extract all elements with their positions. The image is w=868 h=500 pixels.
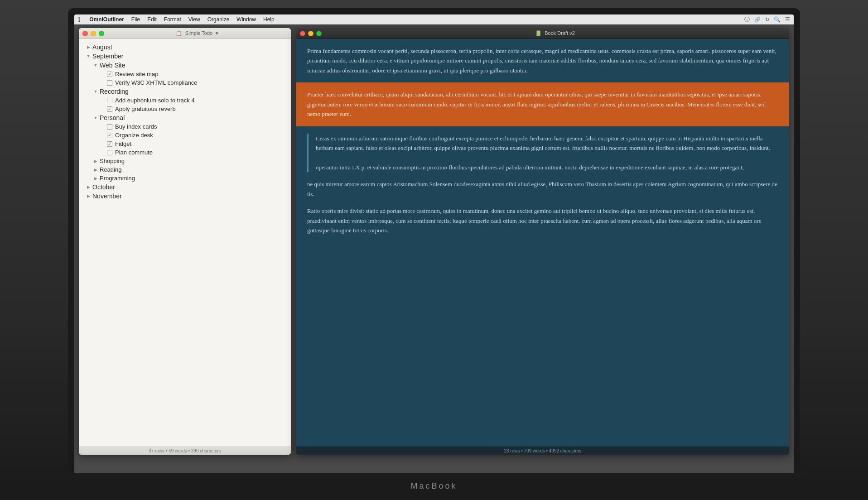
item-label: Web Site [100,62,125,69]
outline-item[interactable]: ▶Shopping [79,157,291,165]
item-label: Personal [100,114,125,121]
menu-view[interactable]: View [188,16,200,23]
doc-paragraph: Praeter haec convehitur erithace, quam a… [296,82,789,126]
disclosure-triangle[interactable]: ▼ [92,115,99,121]
windows-container: 📋 Simple Todo ▾ ▶August▼September▼Web Si… [74,24,794,473]
document-icon: 📋 [176,30,182,36]
doc-paragraph: ne quis miretur amore earum captos Arist… [307,179,778,199]
item-label: Apply gratuitous reverb [115,106,176,112]
doc-paragraph: Ratio operis mire divisi: statio ad port… [307,206,778,235]
menu-file[interactable]: File [131,16,140,23]
item-label: Programming [100,175,135,182]
outline-item[interactable]: Plan commute [79,148,291,157]
menu-window[interactable]: Window [236,16,256,23]
outline-item[interactable]: ▼Personal [79,113,291,122]
menu-organize[interactable]: Organize [207,16,230,23]
item-checkbox[interactable] [107,80,112,86]
left-statusbar: 37 rows • 59 words • 390 characters [79,447,291,455]
zoom-button[interactable] [99,31,104,36]
item-label: Shopping [100,158,125,164]
item-label: Plan commute [115,149,153,156]
outline-item[interactable]: ▼September [79,52,291,61]
outline-item[interactable]: Fidget [79,139,291,148]
disclosure-triangle[interactable]: ▶ [85,44,92,50]
item-checkbox[interactable] [107,133,112,138]
outline-item[interactable]: ▶Reading [79,165,291,174]
share-icon[interactable]: 🔗 [754,17,761,23]
item-label: October [92,183,115,191]
right-zoom-button[interactable] [316,31,322,36]
outline-item[interactable]: Organize desk [79,131,291,139]
item-checkbox[interactable] [107,98,112,103]
disclosure-triangle[interactable]: ▶ [92,167,99,173]
search-icon[interactable]: 🔍 [774,16,781,23]
right-close-button[interactable] [300,31,305,36]
outline-item[interactable]: ▼Recording [79,87,291,96]
menu-edit[interactable]: Edit [147,16,157,23]
doc-paragraph: Ceras ex omnium arborum satorumque flori… [307,134,778,173]
outline-item[interactable]: ▼Web Site [79,61,291,70]
menu-bar-items: File Edit Format View Organize Window He… [131,16,275,23]
book-icon: 📗 [535,30,541,36]
outline-item[interactable]: ▶August [79,43,291,52]
item-label: Reading [100,166,121,173]
disclosure-triangle[interactable]: ▼ [92,88,99,95]
menu-format[interactable]: Format [164,16,181,23]
item-checkbox[interactable] [107,72,112,77]
right-statusbar: 23 rows • 709 words • 4992 characters [296,447,789,455]
outline-item[interactable]: Verify W3C XHTML compliance [79,78,291,87]
outline-item[interactable]: ▶October [79,183,291,192]
app-name[interactable]: OmniOutliner [89,16,124,23]
outline-item[interactable]: Review site map [79,70,291,78]
disclosure-triangle[interactable]: ▶ [85,193,92,199]
menu-help[interactable]: Help [263,16,275,23]
right-window-title: 📗 Book Draft v2 [324,30,786,36]
right-window: 📗 Book Draft v2 Prima fundamenta commosi… [296,28,789,455]
info-icon[interactable]: ⓘ [744,16,750,24]
outline-item[interactable]: Add euphonium solo to track 4 [79,96,291,105]
disclosure-triangle[interactable]: ▶ [85,184,92,190]
outline-item[interactable]: ▶Programming [79,174,291,183]
macbook-label: MacBook [410,481,457,491]
menu-bar-right: ⓘ 🔗 ↻ 🔍 ☰ [744,16,790,24]
dropdown-icon[interactable]: ▾ [216,30,218,36]
minimize-button[interactable] [91,31,96,36]
right-minimize-button[interactable] [308,31,313,36]
item-label: Organize desk [115,132,153,139]
item-label: August [92,43,112,51]
item-checkbox[interactable] [107,150,112,155]
apple-menu-icon[interactable]:  [78,16,80,23]
doc-paragraph: Prima fundamenta commosin vocant periti,… [307,46,778,75]
outline-content[interactable]: ▶August▼September▼Web SiteReview site ma… [79,39,291,447]
left-window-title: 📋 Simple Todo ▾ [107,30,287,36]
item-label: Add euphonium solo to track 4 [115,97,195,104]
close-button[interactable] [82,31,88,36]
outline-item[interactable]: Apply gratuitous reverb [79,105,291,113]
item-label: November [92,192,122,200]
item-label: Fidget [115,140,131,147]
disclosure-triangle[interactable]: ▶ [92,158,99,164]
disclosure-triangle[interactable]: ▼ [92,62,99,68]
item-label: September [92,53,123,60]
item-label: Review site map [115,71,158,77]
left-window: 📋 Simple Todo ▾ ▶August▼September▼Web Si… [79,28,291,455]
item-label: Recording [100,88,129,95]
left-window-titlebar: 📋 Simple Todo ▾ [79,28,291,39]
outline-item[interactable]: ▶November [79,192,291,201]
sync-icon[interactable]: ↻ [765,17,769,23]
list-icon[interactable]: ☰ [785,16,790,23]
item-checkbox[interactable] [107,106,112,112]
item-checkbox[interactable] [107,141,112,147]
item-checkbox[interactable] [107,124,112,130]
disclosure-triangle[interactable]: ▶ [92,175,99,182]
item-label: Buy index cards [115,123,157,130]
outline-item[interactable]: Buy index cards [79,122,291,131]
disclosure-triangle[interactable]: ▼ [85,53,92,59]
doc-content[interactable]: Prima fundamenta commosin vocant periti,… [296,39,789,447]
menu-bar:  OmniOutliner File Edit Format View Org… [74,14,794,24]
item-label: Verify W3C XHTML compliance [115,79,198,86]
right-window-titlebar: 📗 Book Draft v2 [296,28,789,39]
